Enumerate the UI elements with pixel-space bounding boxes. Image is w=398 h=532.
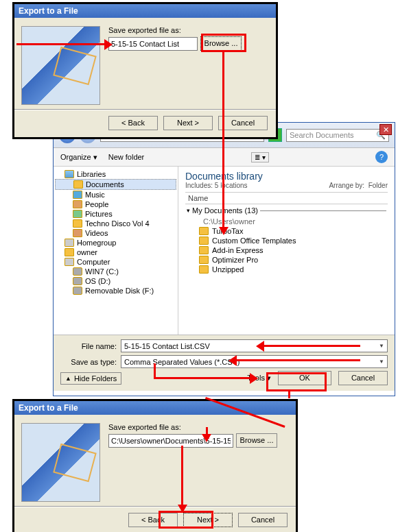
cancel-button[interactable]: Cancel (338, 371, 388, 385)
tree-libraries[interactable]: Libraries (55, 169, 176, 179)
search-input[interactable]: Search Documents 🔍 (286, 129, 389, 142)
back-button[interactable]: < Back (108, 116, 158, 130)
tree-owner[interactable]: owner (55, 247, 176, 257)
saveastype-input[interactable]: Comma Separated Values (*.CSV)▼ (121, 355, 388, 368)
arrange-value[interactable]: Folder (368, 182, 388, 189)
tools-menu[interactable]: Tools ▾ (247, 374, 271, 383)
tree-techno[interactable]: Techno Disco Vol 4 (55, 219, 176, 228)
save-as-label: Save exported file as: (108, 423, 289, 431)
documents-icon (73, 180, 83, 189)
dialog-title: Export to a File (14, 401, 296, 415)
cancel-button[interactable]: Cancel (218, 116, 268, 130)
dialog-title: Export to a File (14, 4, 276, 18)
column-name[interactable]: Name (185, 192, 388, 204)
filename-label: File name: (60, 342, 117, 350)
folder-icon (199, 265, 209, 274)
hide-folders-button[interactable]: ▲Hide Folders (60, 372, 121, 385)
tree-homegroup[interactable]: Homegroup (55, 238, 176, 247)
group-header[interactable]: ▾ My Documents (13) (185, 204, 388, 217)
homegroup-icon (65, 239, 74, 247)
music-icon (73, 191, 82, 199)
save-as-label: Save exported file as: (108, 26, 269, 34)
tree-osd[interactable]: OS (D:) (55, 276, 176, 286)
next-button[interactable]: Next > (163, 116, 213, 130)
disk-icon (73, 267, 82, 276)
help-icon[interactable]: ? (375, 151, 388, 163)
wizard-image (21, 423, 100, 502)
tree-videos[interactable]: Videos (55, 228, 176, 238)
library-heading: Documents library (185, 171, 388, 182)
computer-icon (65, 258, 74, 266)
export-filename-input[interactable] (108, 434, 233, 448)
tree-documents[interactable]: Documents (55, 179, 176, 190)
list-item[interactable]: Add-in Express (185, 245, 388, 255)
list-item[interactable]: Unzipped (185, 265, 388, 274)
browse-button[interactable]: Browse ... (200, 36, 242, 51)
wizard-image (21, 26, 100, 105)
people-icon (73, 200, 82, 208)
folder-icon (199, 237, 209, 245)
tree-computer[interactable]: Computer (55, 257, 176, 267)
chevron-down-icon: ▾ (187, 207, 190, 214)
ok-button[interactable]: OK (278, 371, 331, 385)
filename-input[interactable]: 5-15-15 Contact List.CSV▼ (121, 339, 388, 352)
tree-win7[interactable]: WIN7 (C:) (55, 267, 176, 276)
disk-icon (73, 277, 82, 285)
close-icon[interactable]: ✕ (379, 124, 392, 135)
disk-icon (73, 287, 82, 295)
folder-icon (199, 256, 209, 264)
tree-music[interactable]: Music (55, 190, 176, 200)
user-icon (65, 248, 74, 256)
list-item[interactable]: Optimizer Pro (185, 255, 388, 265)
videos-icon (73, 229, 82, 237)
tree-removable[interactable]: Removable Disk (F:) (55, 286, 176, 295)
export-filename-input[interactable] (108, 37, 198, 51)
libraries-icon (65, 170, 74, 178)
folder-icon (199, 227, 209, 235)
tree-pictures[interactable]: Pictures (55, 209, 176, 219)
list-item[interactable]: Custom Office Templates (185, 236, 388, 245)
tree-people[interactable]: People (55, 200, 176, 209)
pictures-icon (73, 210, 82, 218)
arrange-label: Arrange by: (329, 182, 364, 189)
new-folder-button[interactable]: New folder (108, 153, 145, 161)
folder-tree: Libraries Documents Music People Picture… (54, 167, 178, 335)
organize-menu[interactable]: Organize ▾ (60, 153, 97, 162)
chevron-up-icon: ▲ (65, 375, 71, 382)
list-item[interactable]: TurboTax (185, 226, 388, 236)
back-button[interactable]: < Back (128, 513, 178, 527)
cancel-button[interactable]: Cancel (238, 513, 288, 527)
view-button[interactable]: ≣ ▾ (251, 152, 269, 162)
includes-text: Includes: 5 locations (185, 182, 248, 189)
folder-icon (73, 219, 82, 228)
search-placeholder: Search Documents (290, 131, 354, 139)
group-path: C:\Users\owner (185, 217, 388, 226)
next-button[interactable]: Next > (183, 513, 233, 527)
folder-icon (199, 246, 209, 254)
browse-button[interactable]: Browse ... (236, 433, 277, 448)
saveastype-label: Save as type: (60, 358, 117, 366)
